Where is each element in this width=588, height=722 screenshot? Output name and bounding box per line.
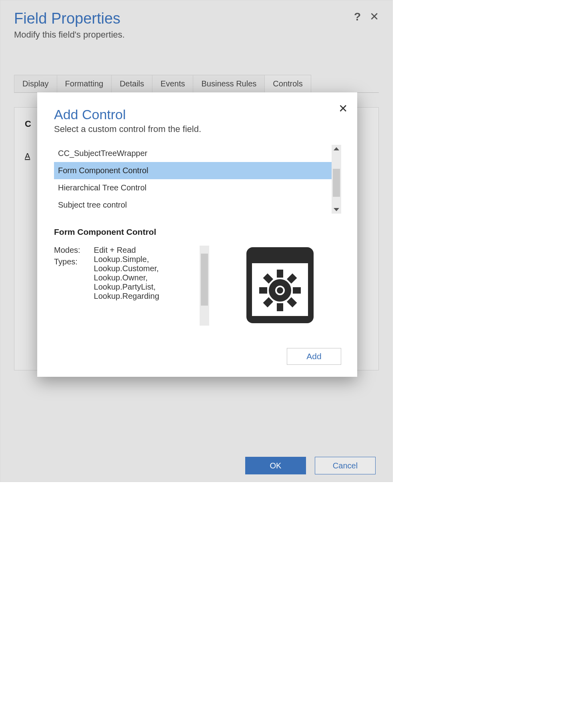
types-label: Types: bbox=[54, 257, 80, 266]
gear-window-icon bbox=[245, 246, 315, 325]
control-preview bbox=[219, 246, 341, 326]
scroll-thumb[interactable] bbox=[201, 254, 208, 306]
modes-label: Modes: bbox=[54, 246, 80, 255]
add-control-subtitle: Select a custom control from the field. bbox=[54, 124, 341, 134]
svg-rect-4 bbox=[277, 270, 283, 278]
cancel-button[interactable]: Cancel bbox=[315, 457, 376, 474]
control-list: CC_SubjectTreeWrapper Form Component Con… bbox=[54, 145, 332, 214]
list-item[interactable]: Subject tree control bbox=[54, 196, 332, 214]
svg-rect-5 bbox=[277, 303, 283, 311]
add-control-title: Add Control bbox=[54, 107, 341, 122]
add-control-dialog: ✕ Add Control Select a custom control fr… bbox=[37, 92, 357, 377]
scroll-thumb[interactable] bbox=[333, 169, 340, 197]
scroll-down-icon[interactable] bbox=[334, 208, 339, 211]
control-list-scrollbar[interactable] bbox=[332, 145, 341, 214]
scroll-up-icon[interactable] bbox=[334, 147, 339, 150]
selected-control-title: Form Component Control bbox=[54, 227, 341, 237]
list-item[interactable]: Form Component Control bbox=[54, 162, 332, 179]
add-button[interactable]: Add bbox=[287, 348, 341, 365]
list-item[interactable]: Hierarchical Tree Control bbox=[54, 179, 332, 196]
list-item[interactable]: CC_SubjectTreeWrapper bbox=[54, 145, 332, 162]
svg-rect-6 bbox=[259, 287, 267, 294]
detail-scrollbar[interactable] bbox=[200, 246, 209, 326]
add-control-close-icon[interactable]: ✕ bbox=[338, 102, 348, 115]
ok-button[interactable]: OK bbox=[245, 457, 306, 474]
dialog-footer: OK Cancel bbox=[245, 457, 376, 474]
modes-value: Edit + Read bbox=[94, 246, 159, 255]
svg-point-3 bbox=[277, 287, 283, 294]
types-value: Lookup.Simple, Lookup.Customer, Lookup.O… bbox=[94, 255, 159, 301]
svg-rect-7 bbox=[293, 287, 301, 294]
